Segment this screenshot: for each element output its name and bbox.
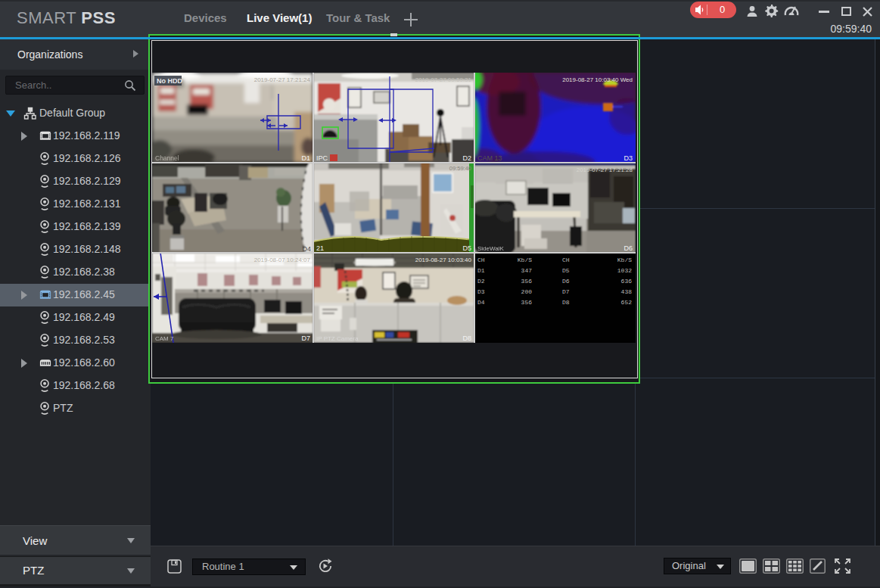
svg-text:D7: D7 xyxy=(301,334,310,342)
svg-text:No HDD: No HDD xyxy=(157,77,182,85)
svg-text:D2: D2 xyxy=(477,278,485,285)
svg-text:438: 438 xyxy=(621,288,633,295)
svg-text:09:59:40: 09:59:40 xyxy=(449,165,471,172)
svg-text:CAM 13: CAM 13 xyxy=(477,154,502,162)
svg-text:636: 636 xyxy=(621,278,633,285)
svg-text:D5: D5 xyxy=(562,267,570,274)
svg-text:D3: D3 xyxy=(623,154,633,162)
svg-text:2019-08-27 10:03:40: 2019-08-27 10:03:40 xyxy=(415,257,472,263)
svg-text:2019-08-07 10:24:07: 2019-08-07 10:24:07 xyxy=(254,257,311,263)
svg-text:D5: D5 xyxy=(462,244,471,252)
svg-text:2019-07-27 17:21:28: 2019-07-27 17:21:28 xyxy=(577,166,633,173)
svg-text:IPC: IPC xyxy=(316,154,328,162)
svg-text:D6: D6 xyxy=(562,278,570,285)
svg-text:D7: D7 xyxy=(562,288,570,295)
svg-text:D6: D6 xyxy=(623,244,633,252)
svg-text:2019-07-27 09:59:31: 2019-07-27 09:59:31 xyxy=(415,76,472,83)
svg-text:1032: 1032 xyxy=(617,267,632,274)
svg-text:Kb/S: Kb/S xyxy=(617,257,632,263)
svg-text:356: 356 xyxy=(521,278,533,285)
svg-text:2019-07-27 17:21:24: 2019-07-27 17:21:24 xyxy=(254,76,311,83)
svg-text:D1: D1 xyxy=(477,267,485,274)
svg-text:D3: D3 xyxy=(477,288,485,295)
svg-text:21: 21 xyxy=(316,244,324,252)
svg-text:SideWalK: SideWalK xyxy=(477,245,504,252)
svg-text:CH: CH xyxy=(562,257,570,263)
svg-text:CAM 7: CAM 7 xyxy=(155,335,174,342)
svg-text:D1: D1 xyxy=(301,154,310,162)
svg-text:Channel: Channel xyxy=(155,154,179,162)
svg-text:652: 652 xyxy=(621,299,633,306)
svg-text:D8: D8 xyxy=(562,299,570,306)
svg-text:Kb/S: Kb/S xyxy=(518,257,532,263)
svg-text:356: 356 xyxy=(521,299,533,306)
svg-text:2019-08-27 10:03:40 Wed: 2019-08-27 10:03:40 Wed xyxy=(562,76,633,83)
svg-text:D8: D8 xyxy=(462,334,471,342)
svg-text:D2: D2 xyxy=(462,154,471,162)
svg-text:IP PTZ Camera: IP PTZ Camera xyxy=(316,335,359,342)
svg-text:200: 200 xyxy=(521,288,533,295)
svg-text:D4: D4 xyxy=(477,299,485,306)
svg-text:347: 347 xyxy=(521,267,533,274)
svg-text:CH: CH xyxy=(477,257,485,263)
